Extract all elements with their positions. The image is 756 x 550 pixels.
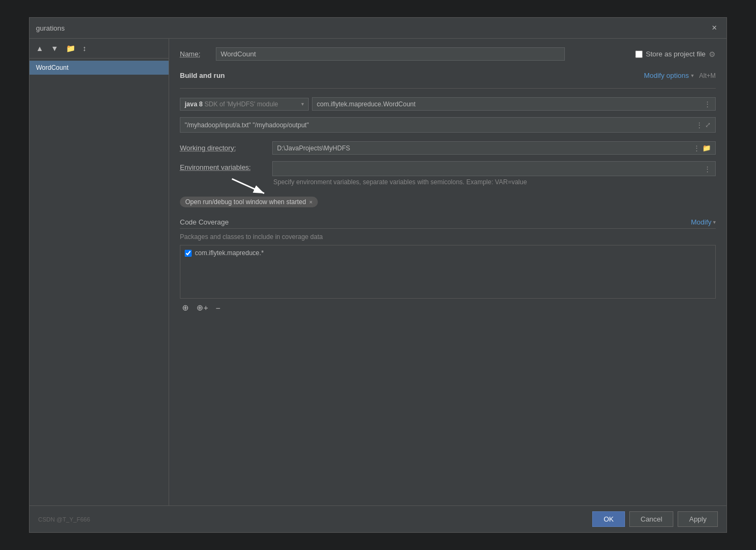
args-edit-icon[interactable]: ⋮ [696,121,703,129]
args-field-icons: ⋮ ⤢ [696,121,711,129]
coverage-header: Code Coverage Modify ▾ [180,218,716,229]
env-vars-row: Environment variables: ⋮ [180,161,716,186]
main-class-value: com.iflytek.mapreduce.WordCount [317,100,416,108]
sdk-dropdown-icon: ▾ [301,101,304,107]
divider-1 [180,88,716,89]
working-dir-edit-icon[interactable]: ⋮ [693,144,700,152]
svg-line-3 [232,179,264,193]
store-project-label: Store as project file [646,50,706,58]
coverage-list: com.iflytek.mapreduce.* [180,245,716,299]
working-dir-label: Working directory: [180,144,266,152]
env-edit-icon[interactable]: ⋮ [704,165,711,173]
coverage-desc: Packages and classes to include in cover… [180,233,716,241]
code-coverage-section: Code Coverage Modify ▾ Packages and clas… [180,218,716,314]
env-field-wrapper: ⋮ Specify environment variables, separat… [272,161,716,186]
run-config-dialog: gurations × ▲ ▼ 📁 ↕ WordCount [29,17,727,533]
coverage-item-label: com.iflytek.mapreduce.* [195,249,264,257]
tags-row: Open run/debug tool window when started … [180,197,716,207]
main-class-field[interactable]: com.iflytek.mapreduce.WordCount ⋮ [312,97,716,111]
args-expand-icon[interactable]: ⤢ [705,121,711,129]
coverage-modify-button[interactable]: Modify ▾ [691,218,716,226]
arrow-annotation [169,114,175,136]
env-vars-field[interactable]: ⋮ [272,161,716,176]
coverage-chevron-icon: ▾ [713,219,716,225]
modify-options-shortcut: Alt+M [699,72,716,79]
build-row: java 8 SDK of 'MyHDFS' module ▾ com.ifly… [180,97,716,111]
store-project-checkbox[interactable] [635,50,643,58]
apply-button[interactable]: Apply [678,511,718,527]
sidebar: ▲ ▼ 📁 ↕ WordCount [30,39,169,505]
browse-class-icon[interactable]: ⋮ [704,100,711,108]
remove-coverage-button[interactable]: − [214,302,223,314]
env-hint-text: Specify environment variables, separate … [272,178,716,186]
sidebar-item-label: WordCount [36,64,68,71]
sdk-select-text: java 8 SDK of 'MyHDFS' module [185,100,278,108]
chevron-down-icon: ▾ [691,73,694,78]
arrow-annotation-2 [229,176,270,198]
sidebar-toolbar: ▲ ▼ 📁 ↕ [30,41,169,59]
tag-remove-button[interactable]: × [309,199,312,205]
dialog-footer: CSDN @T_Y_F666 OK Cancel Apply [30,505,726,532]
name-label: Name: [180,50,209,58]
sidebar-item-wordcount[interactable]: WordCount [30,61,169,75]
env-vars-label: Environment variables: [180,163,266,171]
content-area: Name: Store as project file ⚙ Build and … [169,39,726,505]
folder-button[interactable]: 📁 [64,43,77,54]
sdk-select[interactable]: java 8 SDK of 'MyHDFS' module ▾ [180,98,309,111]
down-button[interactable]: ▼ [49,43,61,54]
sort-button[interactable]: ↕ [81,43,89,54]
add-package-button[interactable]: ⊕ [180,302,191,314]
modify-options-label: Modify options [644,71,689,79]
sdk-label: java 8 [185,100,202,108]
ok-button[interactable]: OK [592,511,625,527]
working-dir-value: D:\JavaProjects\MyHDFS [277,144,350,152]
working-dir-icons: ⋮ 📁 [693,144,711,152]
working-dir-browse-icon[interactable]: 📁 [702,144,711,152]
program-args-value: "/myhadoop/input/a.txt" "/myhadoop/outpu… [185,121,309,129]
working-dir-field[interactable]: D:\JavaProjects\MyHDFS ⋮ 📁 [272,141,716,155]
close-button[interactable]: × [709,22,720,34]
build-run-section-header: Build and run Modify options ▾ Alt+M [180,71,716,79]
build-run-title: Build and run [180,71,225,79]
add-class-button[interactable]: ⊕+ [194,302,210,314]
dialog-body: ▲ ▼ 📁 ↕ WordCount Name: Store as p [30,39,726,505]
up-button[interactable]: ▲ [34,43,46,54]
args-row-container: "/myhadoop/input/a.txt" "/myhadoop/outpu… [180,117,716,133]
tag-label: Open run/debug tool window when started [185,198,306,206]
coverage-item: com.iflytek.mapreduce.* [183,248,713,258]
coverage-toolbar: ⊕ ⊕+ − [180,302,716,314]
name-row: Name: Store as project file ⚙ [180,47,716,61]
name-input[interactable] [216,47,565,61]
program-args-field[interactable]: "/myhadoop/input/a.txt" "/myhadoop/outpu… [180,117,716,133]
working-dir-row: Working directory: D:\JavaProjects\MyHDF… [180,141,716,155]
coverage-title: Code Coverage [180,218,229,226]
coverage-item-checkbox[interactable] [185,250,192,257]
dialog-title: gurations [36,24,64,32]
sdk-module: SDK of 'MyHDFS' module [205,100,278,108]
coverage-modify-label: Modify [691,218,711,226]
cancel-button[interactable]: Cancel [629,511,673,527]
dialog-titlebar: gurations × [30,18,726,39]
run-debug-tag: Open run/debug tool window when started … [180,197,318,207]
modify-options-button[interactable]: Modify options ▾ [644,71,694,79]
store-project-row: Store as project file ⚙ [635,50,716,59]
watermark-text: CSDN @T_Y_F666 [38,516,90,523]
gear-icon[interactable]: ⚙ [709,50,716,59]
